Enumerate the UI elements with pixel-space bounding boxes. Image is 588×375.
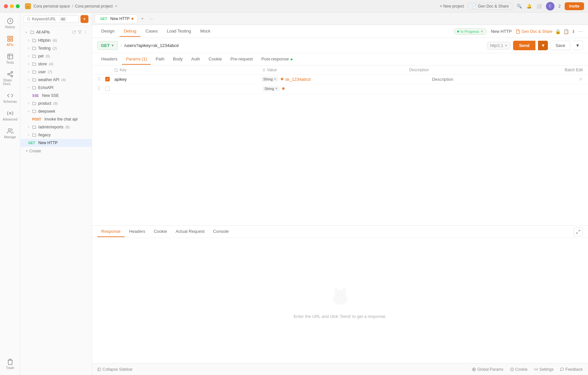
status-label: In Progress (460, 30, 479, 33)
bell-icon[interactable]: 🔔 (526, 3, 532, 9)
param-tab-cookie[interactable]: Cookie (205, 54, 226, 65)
response-tab-console[interactable]: Console (209, 226, 233, 237)
filter-icon[interactable] (78, 30, 82, 34)
invite-button[interactable]: Invite (565, 2, 584, 10)
tree-item-echoapi[interactable]: EchoAPI (20, 84, 92, 92)
tab-design[interactable]: Design (97, 26, 118, 37)
param-tab-post-response[interactable]: Post-response (257, 54, 296, 65)
tree-item-store[interactable]: store (4) (20, 60, 92, 68)
param-tab-params[interactable]: Params (1) (122, 54, 151, 65)
tree-item-legacy[interactable]: /legacy (20, 131, 92, 139)
tree-item-user[interactable]: user (7) (20, 68, 92, 76)
tree-item-weather-api[interactable]: weather API (4) (20, 76, 92, 84)
sidebar-item-manage[interactable]: Manage (1, 125, 19, 142)
description-input[interactable] (432, 77, 579, 82)
minimize-button[interactable] (10, 4, 14, 8)
global-params-button[interactable]: Global Params (472, 367, 503, 372)
response-tab-cookie[interactable]: Cookie (150, 226, 171, 237)
save-button[interactable]: Save (551, 41, 570, 50)
tree-item-admin-reports[interactable]: /admin/reports (8) (20, 123, 92, 131)
key-input[interactable] (114, 86, 263, 91)
tab-cases[interactable]: Cases (142, 26, 162, 37)
delete-param-button[interactable]: ✕ (579, 77, 583, 82)
tree-item-testing[interactable]: Testing (2) (20, 44, 92, 52)
search-input[interactable] (32, 17, 58, 21)
window-icon[interactable]: ⬜ (536, 3, 542, 9)
lock-icon[interactable]: 🔒 (555, 29, 561, 34)
settings-button[interactable]: Settings (534, 367, 553, 372)
cookie-button[interactable]: Cookie (510, 367, 528, 372)
http-version-selector[interactable]: http/1.1 ▼ (487, 42, 510, 50)
value-input[interactable] (285, 77, 432, 82)
tree-item-invoke-chat[interactable]: POST Invoke the chat api (20, 115, 92, 123)
tree-item-new-sse[interactable]: SSE New SSE (20, 92, 92, 99)
more-options-icon[interactable]: ⋯ (578, 29, 583, 34)
tab-new-http[interactable]: GET New HTTP (95, 14, 138, 23)
param-checkbox[interactable] (105, 86, 110, 91)
project-name-label[interactable]: Cora personal project (75, 4, 113, 9)
sidebar-item-trash[interactable]: Trash (1, 356, 19, 372)
feedback-button[interactable]: Feedback (560, 367, 583, 372)
type-select[interactable]: String ▼ (263, 86, 280, 91)
param-checkbox[interactable]: ✓ (105, 77, 110, 81)
param-tab-body[interactable]: Body (169, 54, 187, 65)
sidebar-item-history[interactable]: History (1, 15, 19, 32)
more-icon[interactable] (84, 30, 88, 34)
param-tab-path[interactable]: Path (152, 54, 168, 65)
send-dropdown-button[interactable]: ▼ (538, 41, 548, 50)
send-button[interactable]: Send (513, 41, 535, 50)
collapse-sidebar-button[interactable]: Collapse Sidebar (97, 367, 132, 372)
tab-load-testing[interactable]: Load Testing (163, 26, 195, 37)
tree-item-pet[interactable]: pet (9) (20, 52, 92, 60)
copy-icon[interactable]: 📋 (563, 29, 569, 34)
new-project-button[interactable]: + New project (440, 4, 464, 9)
chevron-down-icon: ▼ (480, 30, 483, 33)
more-tabs-button[interactable]: ··· (147, 15, 156, 22)
response-tab-actual-request[interactable]: Actual Request (172, 226, 208, 237)
param-tab-pre-request[interactable]: Pre-request (226, 54, 257, 65)
param-tab-headers[interactable]: Headers (97, 54, 121, 65)
sidebar-item-schemas[interactable]: Schemas (1, 90, 19, 106)
tree-item-httpbin[interactable]: Httpbin (6) (20, 36, 92, 44)
maximize-button[interactable] (16, 4, 20, 8)
all-apis-section[interactable]: All APIs (20, 28, 92, 36)
add-tab-button[interactable]: + (138, 15, 146, 22)
method-select[interactable]: GET ▼ (97, 41, 118, 50)
close-button[interactable] (4, 4, 8, 8)
search-box[interactable]: All (24, 15, 79, 23)
status-badge[interactable]: In Progress ▼ (454, 28, 487, 35)
download-icon[interactable]: ⬇ (572, 29, 576, 34)
tree-item-deepseek[interactable]: deepseek (20, 107, 92, 115)
url-input[interactable] (124, 43, 484, 48)
create-button[interactable]: + Create (20, 147, 92, 155)
expand-response-button[interactable] (574, 227, 583, 236)
refresh-icon[interactable] (72, 30, 76, 34)
description-input[interactable] (435, 86, 583, 91)
sidebar-item-apis[interactable]: APIs (1, 33, 19, 49)
drag-handle[interactable]: ⠿ (97, 77, 105, 82)
key-input[interactable] (114, 77, 261, 82)
param-tab-auth[interactable]: Auth (187, 54, 204, 65)
response-tab-response[interactable]: Response (97, 226, 125, 237)
type-select[interactable]: String ▼ (261, 77, 279, 82)
all-filter-badge[interactable]: All (59, 17, 66, 21)
add-api-button[interactable]: + (81, 15, 88, 23)
tree-item-product[interactable]: product (9) (20, 99, 92, 107)
sidebar-item-share-docs[interactable]: Share Docs (1, 68, 19, 88)
save-dropdown-button[interactable]: ▼ (573, 41, 583, 50)
value-input[interactable] (286, 86, 435, 91)
batch-edit-button[interactable]: Batch Edit (565, 68, 583, 72)
avatar[interactable]: C (546, 2, 554, 11)
sidebar-item-tests[interactable]: Tests (1, 51, 19, 67)
testing-label: Testing (38, 46, 51, 51)
tree-item-new-http[interactable]: GET New HTTP (20, 139, 92, 147)
tab-debug[interactable]: Debug (120, 26, 140, 37)
tab-mock[interactable]: Mock (196, 26, 214, 37)
search-icon[interactable]: 🔍 (516, 3, 522, 9)
sidebar-item-advanced[interactable]: Advanced (1, 107, 19, 124)
response-tab-headers[interactable]: Headers (125, 226, 149, 237)
gen-doc-header-button[interactable]: Gen Doc & Share (516, 28, 553, 35)
gen-doc-share-button[interactable]: 📄 Gen Doc & Share (468, 3, 512, 10)
drag-handle[interactable]: ⠿ (97, 86, 105, 91)
personal-space-label[interactable]: Cora personal space (34, 4, 70, 9)
